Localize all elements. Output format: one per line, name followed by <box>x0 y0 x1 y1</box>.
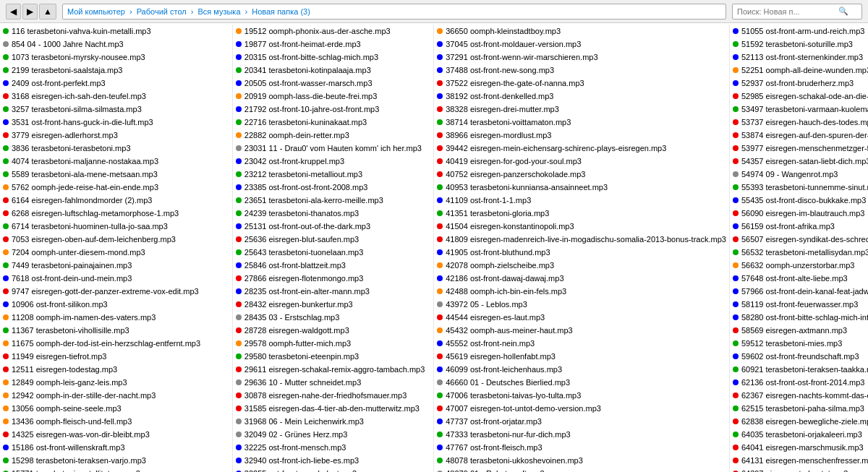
list-item[interactable]: 46099 ost-front-leichenhaus.mp3 <box>434 363 729 376</box>
list-item[interactable]: 23212 terasbetoni-metalliout.mp3 <box>233 168 433 181</box>
list-item[interactable]: 32940 ost-front-ich-liebe-es.mp3 <box>233 454 433 467</box>
list-item[interactable]: 854 04 - 1000 Jahre Nacht.mp3 <box>0 38 232 51</box>
list-item[interactable]: 23042 ost-front-kruppel.mp3 <box>233 155 433 168</box>
list-item[interactable]: 56090 eisregen-im-blautrauch.mp3 <box>730 207 868 220</box>
list-item[interactable]: 47767 ost-front-fleisch.mp3 <box>434 441 729 454</box>
list-item[interactable]: 53737 eisregen-hauch-des-todes.mp3 <box>730 116 868 129</box>
list-item[interactable]: 20315 ost-front-bitte-schlag-mich.mp3 <box>233 51 433 64</box>
list-item[interactable]: 7053 eisregen-oben-auf-dem-leichenberg.m… <box>0 233 232 246</box>
list-item[interactable]: 56632 oomph-unzerstorbar.mp3 <box>730 259 868 272</box>
list-item[interactable]: 48078 terasbetoni-ukkoshevoinen.mp3 <box>434 454 729 467</box>
list-item[interactable]: 64131 eisregen-menschenfresser.mp3 <box>730 454 868 467</box>
list-item[interactable]: 23031 11 - Drau0' vom Hauten komm' ich h… <box>233 142 433 155</box>
list-item[interactable]: 42078 oomph-zielscheibe.mp3 <box>434 259 729 272</box>
list-item[interactable]: 41905 ost-front-bluthund.mp3 <box>434 246 729 259</box>
list-item[interactable]: 22716 terasbetoni-kuninakaat.mp3 <box>233 116 433 129</box>
list-item[interactable]: 47006 terasbetoni-taivas-lyo-tulta.mp3 <box>434 389 729 402</box>
list-item[interactable]: 41351 terasbetoni-gloria.mp3 <box>434 207 729 220</box>
list-item[interactable]: 20919 oomph-lass-die-beute-frei.mp3 <box>233 90 433 103</box>
list-item[interactable]: 19877 ost-front-heimat-erde.mp3 <box>233 38 433 51</box>
list-item[interactable]: 62515 terasbetoni-paha-silma.mp3 <box>730 402 868 415</box>
list-item[interactable]: 52937 ost-front-bruderherz.mp3 <box>730 77 868 90</box>
list-item[interactable]: 20505 ost-front-wasser-marsch.mp3 <box>233 77 433 90</box>
list-item[interactable]: 12942 oomph-in-der-stille-der-nacht.mp3 <box>0 389 232 402</box>
list-item[interactable]: 28432 eisregen-bunkertur.mp3 <box>233 298 433 311</box>
list-item[interactable]: 11208 oomph-im-namen-des-vaters.mp3 <box>0 311 232 324</box>
list-item[interactable]: 59512 terasbetoni-mies.mp3 <box>730 337 868 350</box>
list-item[interactable]: 41504 eisregen-konstantinopoli.mp3 <box>434 220 729 233</box>
list-item[interactable]: 29580 terasbetoni-eteenpin.mp3 <box>233 350 433 363</box>
list-item[interactable]: 2409 ost-front-perfekt.mp3 <box>0 77 232 90</box>
list-item[interactable]: 5589 terasbetoni-ala-mene-metsaan.mp3 <box>0 168 232 181</box>
list-item[interactable]: 25846 ost-front-blattzeit.mp3 <box>233 259 433 272</box>
list-item[interactable]: 38714 terasbetoni-voittamaton.mp3 <box>434 116 729 129</box>
list-item[interactable]: 58569 eisregen-axtmann.mp3 <box>730 324 868 337</box>
list-item[interactable]: 15298 terasbetoni-teraksen-varjo.mp3 <box>0 454 232 467</box>
list-item[interactable]: 57966 ost-front-dein-kanal-feat-jadwige-… <box>730 285 868 298</box>
list-item[interactable]: 11675 oomph-der-tod-ist-ein-herzschlag-e… <box>0 337 232 350</box>
list-item[interactable]: 62367 eisregen-nachts-kommt-das-delirium… <box>730 389 868 402</box>
nav-forward-button[interactable]: ▶ <box>22 4 38 20</box>
list-item[interactable]: 23385 ost-front-ost-front-2008.mp3 <box>233 181 433 194</box>
list-item[interactable]: 56507 eisregen-syndikat-des-schreckens.m… <box>730 233 868 246</box>
list-item[interactable]: 31585 eisregen-das-4-tier-ab-den-mutterw… <box>233 402 433 415</box>
list-item[interactable]: 55393 terasbetoni-tunnemme-sinut.mp3 <box>730 181 868 194</box>
list-item[interactable]: 45432 oomph-aus-meiner-haut.mp3 <box>434 324 729 337</box>
list-item[interactable]: 62136 ost-front-ost-front-2014.mp3 <box>730 376 868 389</box>
list-item[interactable]: 54974 09 - Wangenrot.mp3 <box>730 168 868 181</box>
list-item[interactable]: 56159 ost-front-afrika.mp3 <box>730 220 868 233</box>
list-item[interactable]: 53874 eisregen-auf-den-spuren-der-sage.m… <box>730 129 868 142</box>
list-item[interactable]: 15186 ost-front-willenskraft.mp3 <box>0 441 232 454</box>
list-item[interactable]: 60921 terasbetoni-teraksen-taakka.mp3 <box>730 363 868 376</box>
list-item[interactable]: 47333 terasbetoni-nur-fur-dich.mp3 <box>434 428 729 441</box>
list-item[interactable]: 56532 terasbetoni-metallisydan.mp3 <box>730 246 868 259</box>
list-item[interactable]: 41809 eisregen-madenreich-live-in-mogadi… <box>434 233 729 246</box>
list-item[interactable]: 15771 terasbetoni-metallitotuus.mp3 <box>0 467 232 472</box>
list-item[interactable]: 48079 01 - Ruhet sanft.mp3 <box>434 467 729 472</box>
list-item[interactable]: 6268 eisregen-luftschlag-metamorphose-1.… <box>0 207 232 220</box>
list-item[interactable]: 6714 terasbetoni-huominen-tulla-jo-saa.m… <box>0 220 232 233</box>
list-item[interactable]: 37522 eisregen-the-gate-of-nanna.mp3 <box>434 77 729 90</box>
list-item[interactable]: 45619 eisregen-hollenfabt.mp3 <box>434 350 729 363</box>
address-bar[interactable]: Мой компьютер › Рабочий стол › Вся музык… <box>62 4 726 20</box>
list-item[interactable]: 52985 eisregen-schakal-ode-an-die-streub… <box>730 90 868 103</box>
list-item[interactable]: 3836 terasbetoni-terasbetoni.mp3 <box>0 142 232 155</box>
list-item[interactable]: 54357 eisregen-satan-liebt-dich.mp3 <box>730 155 868 168</box>
list-item[interactable]: 6164 eisregen-fahlmondmorder (2).mp3 <box>0 194 232 207</box>
list-item[interactable]: 28728 eisregen-waldgott.mp3 <box>233 324 433 337</box>
list-item[interactable]: 1073 terasbetoni-myrsky-nousee.mp3 <box>0 51 232 64</box>
list-item[interactable]: 7204 oomph-unter-diesem-mond.mp3 <box>0 246 232 259</box>
list-item[interactable]: 23651 terasbetoni-ala-kerro-meille.mp3 <box>233 194 433 207</box>
list-item[interactable]: 27866 eisregen-flotenmongo.mp3 <box>233 272 433 285</box>
list-item[interactable]: 3531 ost-front-hans-guck-in-die-luft.mp3 <box>0 116 232 129</box>
address-part-3[interactable]: Вся музыка <box>197 7 240 16</box>
list-item[interactable]: 12511 eisregen-todestag.mp3 <box>0 363 232 376</box>
list-item[interactable]: 38966 eisregen-mordlust.mp3 <box>434 129 729 142</box>
list-item[interactable]: 38328 eisregen-drei-mutter.mp3 <box>434 103 729 116</box>
list-item[interactable]: 58280 ost-front-bitte-schlag-mich-interp… <box>730 311 868 324</box>
list-item[interactable]: 58119 ost-front-feuerwasser.mp3 <box>730 298 868 311</box>
list-item[interactable]: 30878 eisregen-nahe-der-friedhofsmauer.m… <box>233 389 433 402</box>
list-item[interactable]: 57648 ost-front-alte-liebe.mp3 <box>730 272 868 285</box>
list-item[interactable]: 12849 oomph-leis-ganz-leis.mp3 <box>0 376 232 389</box>
list-item[interactable]: 37045 ost-front-moldauer-version.mp3 <box>434 38 729 51</box>
list-item[interactable]: 2199 terasbetoni-saalstaja.mp3 <box>0 64 232 77</box>
list-item[interactable]: 46660 01 - Deutsches Bierlied.mp3 <box>434 376 729 389</box>
list-item[interactable]: 33255 ost-front-wanderlust.mp3 <box>233 467 433 472</box>
list-item[interactable]: 47007 eisregen-tot-untot-demo-version.mp… <box>434 402 729 415</box>
list-item[interactable]: 22882 oomph-dein-retter.mp3 <box>233 129 433 142</box>
list-item[interactable]: 59602 ost-front-freundschaft.mp3 <box>730 350 868 363</box>
nav-back-button[interactable]: ◀ <box>6 4 21 20</box>
search-icon[interactable]: 🔍 <box>838 7 848 16</box>
list-item[interactable]: 21792 ost-front-10-jahre-ost-front.mp3 <box>233 103 433 116</box>
list-item[interactable]: 29611 eisregen-schakal-remix-aggro-tamba… <box>233 363 433 376</box>
list-item[interactable]: 31968 06 - Mein Leichenwirk.mp3 <box>233 415 433 428</box>
list-item[interactable]: 29636 10 - Mutter schneidet.mp3 <box>233 376 433 389</box>
list-item[interactable]: 39442 eisregen-mein-eichensarg-schirenc-… <box>434 142 729 155</box>
list-item[interactable]: 116 terasbetoni-vahva-kuin-metalli.mp3 <box>0 25 232 38</box>
list-item[interactable]: 52113 ost-front-sternenkinder.mp3 <box>730 51 868 64</box>
list-item[interactable]: 13436 oomph-fleisch-und-fell.mp3 <box>0 415 232 428</box>
list-item[interactable]: 38192 ost-front-denkelled.mp3 <box>434 90 729 103</box>
list-item[interactable]: 51592 terasbetoni-soturille.mp3 <box>730 38 868 51</box>
list-item[interactable]: 53497 terasbetoni-varmaan-kuolemaan.mp3 <box>730 103 868 116</box>
